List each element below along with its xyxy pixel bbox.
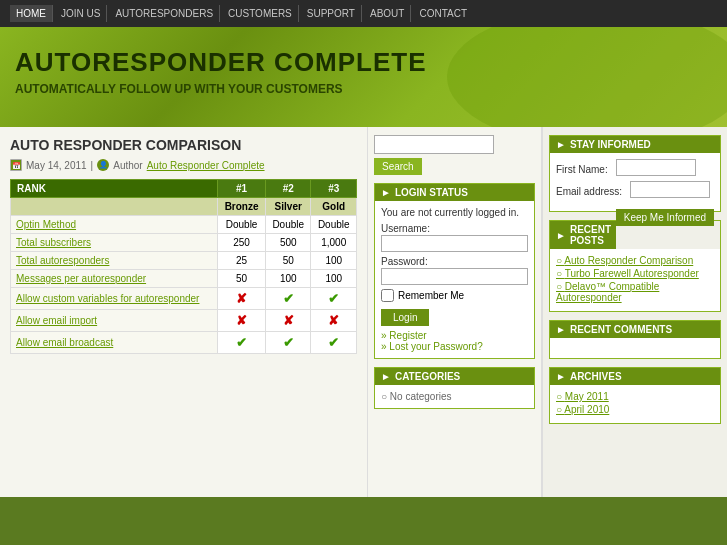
cross-icon: ✘ [236,313,247,328]
email-row: Email address: [556,181,714,201]
email-input[interactable] [630,181,710,198]
nav-item-joinus[interactable]: JOIN US [55,5,107,22]
table-row-label[interactable]: Allow email broadcast [11,332,218,354]
check-icon: ✔ [236,335,247,350]
keep-informed-button[interactable]: Keep Me Informed [616,209,714,226]
table-cell: 100 [266,270,311,288]
archives-arrow: ► [556,371,566,382]
password-input[interactable] [381,268,528,285]
sub-header-bronze: Bronze [218,198,266,216]
nav-item-home[interactable]: HOME [10,5,53,22]
login-header-title: LOGIN STATUS [395,187,468,198]
table-cell: Double [266,216,311,234]
table-cell: 50 [218,270,266,288]
check-icon: ✔ [283,335,294,350]
middle-column: Search ► LOGIN STATUS You are not curren… [367,127,542,497]
navigation: HOME JOIN US AUTORESPONDERS CUSTOMERS SU… [0,0,727,27]
table-row: Messages per autoresponder50100100 [11,270,357,288]
table-row-label[interactable]: Allow custom variables for autoresponder [11,288,218,310]
table-cell: Double [218,216,266,234]
table-row: Total subscribers2505001,000 [11,234,357,252]
login-button[interactable]: Login [381,309,429,326]
email-label: Email address: [556,186,622,197]
table-row-label[interactable]: Optin Method [11,216,218,234]
meta-date: May 14, 2011 [26,160,87,171]
nav-item-customers[interactable]: CUSTOMERS [222,5,299,22]
username-input[interactable] [381,235,528,252]
table-row-label[interactable]: Total subscribers [11,234,218,252]
right-sidebar: ► STAY INFORMED First Name: Email addres… [542,127,727,497]
user-icon: 👤 [97,159,109,171]
recent-comments-body [550,338,720,358]
recent-posts-title: RECENT POSTS [570,224,611,246]
hero-title: AUTORESPONDER COMPLETE [15,47,712,78]
stay-informed-header: ► STAY INFORMED [550,136,720,153]
remember-label: Remember Me [398,290,464,301]
recent-posts-body: Auto Responder Comparison Turbo Farewell… [550,249,720,311]
archives-header: ► ARCHIVES [550,368,720,385]
nav-item-contact[interactable]: CONTACT [413,5,473,22]
recent-post-1[interactable]: Auto Responder Comparison [556,255,714,266]
stay-informed-body: First Name: Email address: Keep Me Infor… [550,153,720,211]
archive-april-2010[interactable]: April 2010 [556,404,714,415]
username-label: Username: [381,223,528,234]
archives-widget: ► ARCHIVES May 2011 April 2010 [549,367,721,424]
login-links: Register Lost your Password? [381,330,528,352]
search-button[interactable]: Search [374,158,422,175]
table-cell: 50 [266,252,311,270]
main-content: AUTO RESPONDER COMPARISON 📅 May 14, 2011… [0,127,367,497]
nav-item-support[interactable]: SUPPORT [301,5,362,22]
login-header: ► LOGIN STATUS [375,184,534,201]
recent-post-2[interactable]: Turbo Farewell Autoresponder [556,268,714,279]
archive-may-2011[interactable]: May 2011 [556,391,714,402]
stay-informed-arrow: ► [556,139,566,150]
col-header-rank: RANK [11,180,218,198]
recent-posts-arrow: ► [556,230,566,241]
first-name-row: First Name: [556,159,714,179]
first-name-label: First Name: [556,164,608,175]
recent-post-3[interactable]: Delavo™ Compatible Autoresponder [556,281,714,303]
table-row: Optin MethodDoubleDoubleDouble [11,216,357,234]
recent-comments-title: RECENT COMMENTS [570,324,672,335]
meta-separator: | [91,160,94,171]
cross-icon: ✘ [328,313,339,328]
check-icon: ✔ [283,291,294,306]
sub-header-silver: Silver [266,198,311,216]
register-link[interactable]: Register [381,330,528,341]
login-status-text: You are not currently logged in. [381,207,528,218]
recent-comments-arrow: ► [556,324,566,335]
table-row-label[interactable]: Messages per autoresponder [11,270,218,288]
table-cell: ✔ [311,288,357,310]
remember-row: Remember Me [381,289,528,302]
table-row-label[interactable]: Total autoresponders [11,252,218,270]
table-cell: 500 [266,234,311,252]
first-name-input[interactable] [616,159,696,176]
categories-widget: ► CATEGORIES ○ No categories [374,367,535,409]
login-header-arrow: ► [381,187,391,198]
table-cell: ✔ [266,332,311,354]
stay-informed-title: STAY INFORMED [570,139,651,150]
nav-item-autoresponders[interactable]: AUTORESPONDERS [109,5,220,22]
password-row: Password: [381,256,528,285]
categories-title: CATEGORIES [395,371,460,382]
table-cell: ✘ [311,310,357,332]
meta-author-link[interactable]: Auto Responder Complete [147,160,265,171]
check-icon: ✔ [328,335,339,350]
table-row-label[interactable]: Allow email import [11,310,218,332]
calendar-icon: 📅 [10,159,22,171]
comparison-title: AUTO RESPONDER COMPARISON [10,137,357,153]
table-cell: ✘ [266,310,311,332]
nav-item-about[interactable]: ABOUT [364,5,411,22]
recent-comments-header: ► RECENT COMMENTS [550,321,720,338]
remember-checkbox[interactable] [381,289,394,302]
lost-password-link[interactable]: Lost your Password? [381,341,528,352]
recent-posts-widget: ► RECENT POSTS Auto Responder Comparison… [549,220,721,312]
table-cell: ✘ [218,310,266,332]
meta-line: 📅 May 14, 2011 | 👤 Author Auto Responder… [10,159,357,171]
hero-subtitle: AUTOMATICALLY FOLLOW UP WITH YOUR CUSTOM… [15,82,712,96]
search-input[interactable] [374,135,494,154]
table-row: Allow custom variables for autoresponder… [11,288,357,310]
archives-body: May 2011 April 2010 [550,385,720,423]
recent-comments-widget: ► RECENT COMMENTS [549,320,721,359]
login-body: You are not currently logged in. Usernam… [375,201,534,358]
